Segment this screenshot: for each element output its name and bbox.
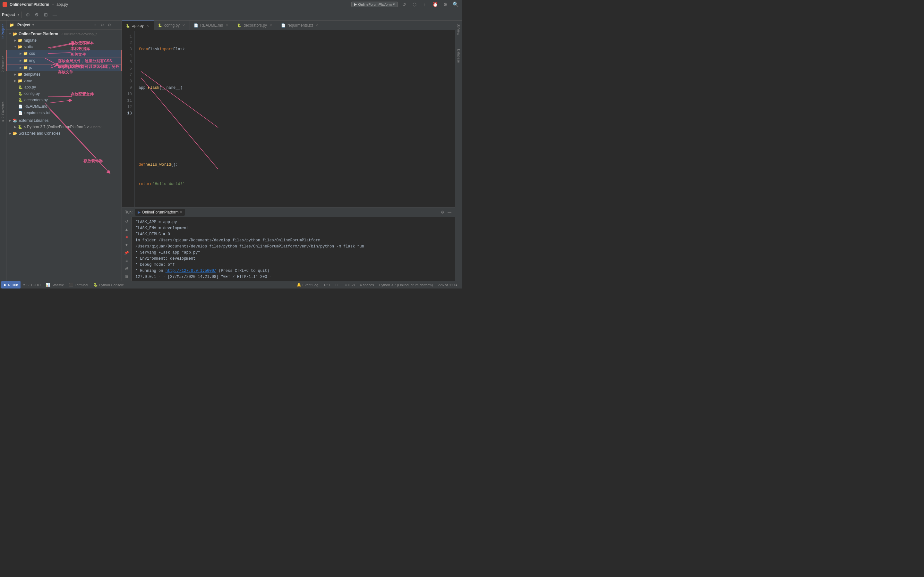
- run-config-button[interactable]: ▶ OnlineForumPlatform ▾: [351, 2, 398, 7]
- md-tab-icon: 📄: [194, 23, 198, 27]
- run-line-9: * Running on http://127.0.0.1:5000/ (Pre…: [136, 268, 451, 274]
- clear-button[interactable]: 🗑: [123, 273, 130, 279]
- txt-icon: 📄: [18, 110, 23, 115]
- python-version-display[interactable]: Python 3.7 (OnlineForumPlatform): [376, 283, 436, 287]
- soft-wrap-button[interactable]: ≡: [123, 258, 130, 264]
- tree-item-config-py[interactable]: 🐍 config.py: [6, 90, 121, 97]
- stop-button[interactable]: ■: [123, 234, 130, 240]
- tree-item-readme[interactable]: 📄 README.md: [6, 103, 121, 110]
- sidebar-tab-project[interactable]: 1: Project: [1, 23, 5, 40]
- line-num-1: 1: [122, 33, 132, 40]
- tab-readme-md[interactable]: 📄 README.md ✕: [190, 21, 233, 30]
- tab-close-requirments[interactable]: ✕: [315, 23, 319, 28]
- scroll-up-button[interactable]: ▲: [123, 226, 130, 232]
- scroll-down-button[interactable]: ▼: [123, 242, 130, 248]
- sidebar-tab-favorites[interactable]: ★ 2: Favorites: [1, 100, 5, 124]
- tree-item-external[interactable]: ▶ 📚 External Libraries: [6, 117, 121, 124]
- panel-actions: ⊕ ⚙ ⚙ —: [92, 22, 119, 28]
- code-content[interactable]: from flask import Flask app = Flask(__na…: [135, 31, 455, 207]
- statistic-status-btn[interactable]: 📊 Statistic: [43, 281, 66, 288]
- line-num-3: 3: [122, 46, 132, 53]
- run-tab-active[interactable]: ▶ OnlineForumPlatform ✕: [135, 209, 185, 216]
- tab-close-readme[interactable]: ✕: [225, 23, 229, 28]
- right-tab-scview[interactable]: SciView: [456, 22, 461, 37]
- tab-app-py[interactable]: 🐍 app.py ✕: [122, 21, 154, 30]
- tree-item-js[interactable]: ▶ 📁 js: [6, 64, 121, 71]
- flask-url-link[interactable]: http://127.0.0.1:5000/: [166, 269, 216, 273]
- todo-status-btn[interactable]: ≡ 6: TODO: [21, 281, 43, 288]
- tab-decorators-py[interactable]: 🐍 decorators.py ✕: [233, 21, 277, 30]
- right-tab-database[interactable]: Database: [456, 47, 461, 65]
- event-log-btn[interactable]: 🔔 Event Log: [294, 283, 321, 287]
- tree-item-migrate[interactable]: ▶ 📁 migrate: [6, 37, 121, 44]
- pin-button[interactable]: 📌: [123, 250, 130, 256]
- refresh-button[interactable]: ↺: [401, 1, 408, 8]
- commit-button[interactable]: ↑: [421, 1, 429, 8]
- expand-button[interactable]: ⊞: [42, 11, 50, 19]
- tree-item-img[interactable]: ▶ 📁 img: [6, 57, 121, 64]
- tree-item-scratches[interactable]: ▶ 📂 Scratches and Consoles: [6, 130, 121, 137]
- navigate-action[interactable]: ⊕: [92, 22, 98, 28]
- run-status-label: 4: Run: [8, 283, 18, 287]
- run-label: OnlineForumPlatform: [358, 3, 392, 6]
- run-line-6: * Serving Flask app "app.py": [136, 250, 451, 255]
- print-button[interactable]: 🖨: [123, 265, 130, 271]
- tree-item-app-py[interactable]: 🐍 app.py: [6, 84, 121, 90]
- close-panel-action[interactable]: —: [113, 22, 119, 28]
- run-sidebar: ↺ ▲ ■ ▼ 📌 ≡ 🖨 🗑: [122, 217, 132, 281]
- run-tab-close-icon[interactable]: ✕: [180, 210, 182, 214]
- tree-item-decorators-py[interactable]: 🐍 decorators.py: [6, 97, 121, 103]
- run-label: Run:: [124, 210, 132, 214]
- scope-button[interactable]: ⊕: [24, 11, 32, 19]
- tree-item-python[interactable]: ▶ 🐍 < Python 3.7 (OnlineForumPlatform) >…: [6, 124, 121, 130]
- run-content: ↺ ▲ ■ ▼ 📌 ≡ 🖨 🗑 FLASK_APP = app.py FLASK…: [122, 217, 455, 281]
- tree-item-root[interactable]: ▾ 📂 OnlineForumPlatform ~/Documents/deve…: [6, 31, 121, 37]
- python-console-status-btn[interactable]: 🐍 Python Console: [91, 281, 127, 288]
- minimize-run-button[interactable]: —: [447, 210, 452, 215]
- tree-item-css[interactable]: ▶ 📁 css: [6, 50, 121, 57]
- tree-item-templates[interactable]: ▶ 📁 templates: [6, 71, 121, 77]
- encoding-display[interactable]: UTF-8: [342, 283, 357, 287]
- tree-item-requirments[interactable]: 📄 requirments.txt: [6, 110, 121, 116]
- line-num-13: 13: [122, 110, 132, 117]
- todo-status-label: 6: TODO: [27, 283, 41, 287]
- chevron-down-icon: ▾: [393, 2, 395, 6]
- tab-close-decorators[interactable]: ✕: [269, 23, 273, 28]
- tab-close-app[interactable]: ✕: [145, 23, 150, 28]
- indent-display[interactable]: 4 spaces: [357, 283, 376, 287]
- folder-icon: 📁: [23, 51, 28, 56]
- requirments-label: requirments.txt: [24, 111, 50, 115]
- line-ending-label: LF: [336, 283, 340, 287]
- plugin-button[interactable]: ⬡: [411, 1, 418, 8]
- app-logo-icon: [3, 2, 7, 7]
- tab-requirments-txt[interactable]: 📄 requirments.txt ✕: [277, 21, 323, 30]
- tree-item-static[interactable]: ▾ 📂 static: [6, 44, 121, 50]
- python-version-label: < Python 3.7 (OnlineForumPlatform) >: [24, 125, 89, 129]
- sidebar-tab-structure[interactable]: 2: Structure: [1, 55, 5, 74]
- terminal-status-label: Terminal: [75, 283, 88, 287]
- terminal-status-btn[interactable]: ⬛ Terminal: [66, 281, 91, 288]
- scope-action[interactable]: ⚙: [99, 22, 105, 28]
- statistic-status-label: Statistic: [51, 283, 64, 287]
- gear-action[interactable]: ⚙: [106, 22, 112, 28]
- python-version-label: Python 3.7 (OnlineForumPlatform): [379, 283, 433, 287]
- arrow-right-icon: ▶: [18, 58, 23, 63]
- search-everywhere-button[interactable]: 🔍: [452, 1, 459, 8]
- collapse-button[interactable]: —: [51, 11, 59, 19]
- code-line-5: [139, 123, 455, 129]
- settings-button[interactable]: ⚙: [33, 11, 41, 19]
- tree-item-venv[interactable]: ▶ 📁 venv: [6, 77, 121, 84]
- config-button[interactable]: ⚙: [441, 1, 449, 8]
- static-label: static: [24, 45, 33, 49]
- history-button[interactable]: ⏰: [431, 1, 439, 8]
- tab-config-py[interactable]: 🐍 config.py ✕: [154, 21, 190, 30]
- folder-icon: 📁: [17, 72, 23, 77]
- cursor-pos-display: 13:1: [321, 283, 333, 287]
- tab-close-config[interactable]: ✕: [182, 23, 186, 28]
- settings-run-button[interactable]: ⚙: [439, 210, 445, 215]
- line-ending-display[interactable]: LF: [333, 283, 342, 287]
- code-line-3: app = Flask(__name__): [139, 85, 455, 91]
- run-status-btn[interactable]: ▶ 4: Run: [1, 281, 21, 288]
- project-name: OnlineForumPlatform: [10, 2, 49, 7]
- rerun-button[interactable]: ↺: [123, 218, 130, 225]
